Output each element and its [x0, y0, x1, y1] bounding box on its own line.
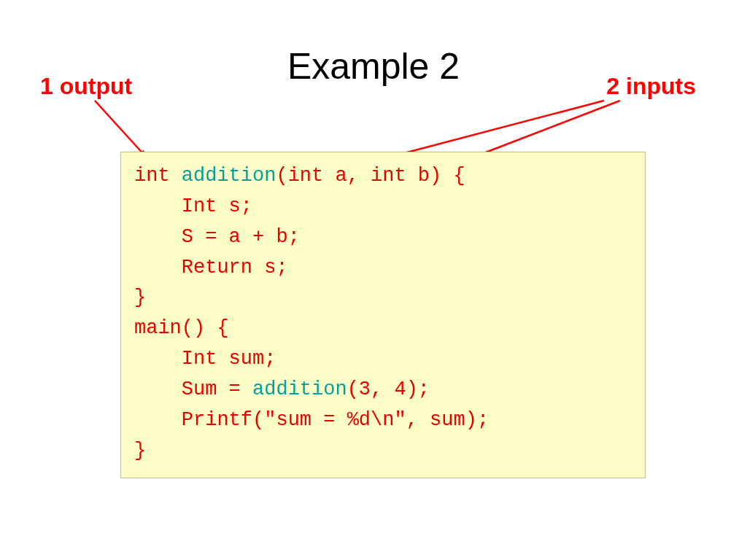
code-line-1: int addition(int a, int b) { [134, 161, 632, 192]
code-line-3: S = a + b; [134, 222, 632, 253]
code-line-7: Int sum; [134, 344, 632, 375]
arrow-input-b [474, 101, 620, 157]
output-label: 1 output [40, 73, 132, 100]
code-line-8: Sum = addition(3, 4); [134, 375, 632, 405]
code-line-5: } [134, 283, 632, 314]
arrow-output [95, 101, 146, 157]
arrow-input-a [390, 101, 604, 157]
code-line-2: Int s; [134, 192, 632, 222]
code-line-6: main() { [134, 314, 632, 344]
inputs-label: 2 inputs [606, 73, 696, 100]
code-line-10: } [134, 436, 632, 467]
code-block: int addition(int a, int b) { Int s; S = … [120, 152, 646, 478]
code-line-4: Return s; [134, 253, 632, 284]
code-line-9: Printf("sum = %d\n", sum); [134, 405, 632, 436]
